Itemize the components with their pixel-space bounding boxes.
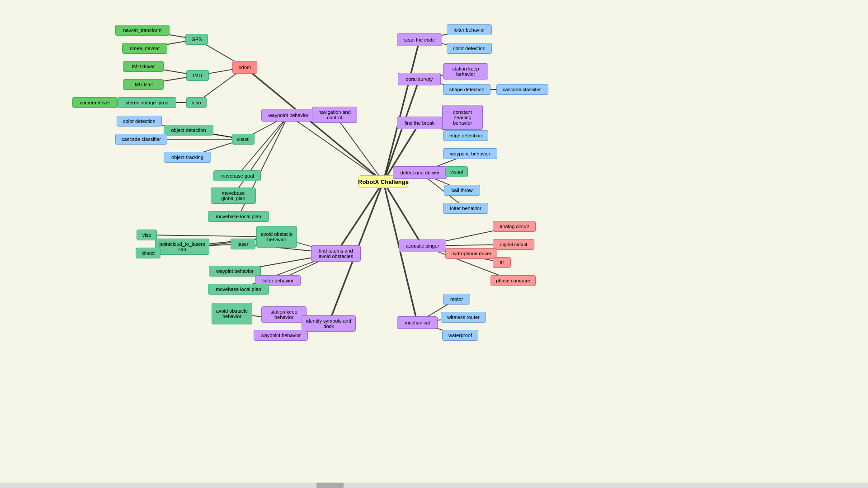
node-find_the_break[interactable]: find the break (397, 117, 442, 129)
node-camera_driver[interactable]: camera driver (72, 97, 118, 108)
node-coral_survey[interactable]: coral survey (398, 73, 441, 85)
node-movebase_goal[interactable]: movebase goal (213, 170, 261, 181)
node-detect_deliver[interactable]: detect and deliver (393, 166, 447, 179)
node-shape_detection[interactable]: shape detection (443, 84, 491, 95)
node-identify_symbols[interactable]: identify symbols and dock (302, 315, 356, 332)
node-waypoint_behavior_main[interactable]: waypoint behavior (261, 109, 316, 122)
node-object_tracking[interactable]: object tracking (164, 152, 211, 163)
node-avoid_obstacle[interactable]: avoid obstacle behavior (256, 226, 297, 248)
scrollbar[interactable] (0, 483, 868, 488)
node-navigation_control[interactable]: navigation and control (312, 107, 357, 123)
node-laser[interactable]: laser (231, 239, 255, 249)
node-cascade_classifier_left[interactable]: cascade classifier (115, 134, 167, 145)
node-IMU[interactable]: IMU (186, 70, 209, 81)
node-movebase_global[interactable]: movebase global plan (211, 188, 256, 204)
node-loiter_behavior_top[interactable]: loiter behavior (447, 24, 492, 35)
node-object_detection[interactable]: object detection (164, 125, 213, 136)
node-GPS[interactable]: GPS (185, 34, 208, 45)
node-hydrophone_driver[interactable]: hydrophone driver (445, 248, 497, 259)
node-movebase_local2[interactable]: movebase local plan (208, 284, 269, 295)
node-visual_right[interactable]: visual (445, 166, 468, 177)
node-loiter_behavior_detect[interactable]: loiter behavior (443, 203, 488, 214)
node-analog_circuit[interactable]: analog circuit (493, 221, 536, 232)
node-viso[interactable]: viso (186, 97, 207, 108)
node-waypoint_behavior_detect[interactable]: waypoint behavior (443, 148, 497, 159)
node-station_keep[interactable]: station keep behavior (261, 306, 307, 323)
node-scan_the_code[interactable]: scan the code (397, 33, 442, 46)
node-nmea_navsat[interactable]: nmea_navsat (122, 43, 167, 54)
node-stereo_image_proc[interactable]: stereo_image_proc (118, 97, 176, 108)
node-viso_left[interactable]: viso (137, 230, 157, 240)
scrollbar-thumb[interactable] (316, 483, 344, 488)
node-edge_detection[interactable]: edge detection (443, 130, 488, 141)
node-wireless_router[interactable]: wireless router (441, 312, 486, 323)
node-cascade_classifier_right[interactable]: cascade classifier (496, 84, 548, 95)
node-phase_compare[interactable]: phase compare (491, 275, 536, 286)
node-color_detection_right[interactable]: color detection (447, 43, 492, 54)
node-motor[interactable]: motor (443, 294, 470, 305)
node-pointcloud[interactable]: pointcloud_to_lasers can (155, 239, 209, 255)
node-ball_throw[interactable]: ball throw (444, 185, 480, 196)
node-IMU_filter[interactable]: IMU filter (123, 79, 164, 90)
node-odom[interactable]: odom (232, 61, 257, 74)
node-mechanical[interactable]: mechanical (397, 316, 438, 329)
node-waypoint_behavior_bot[interactable]: waypoint behavior (254, 330, 308, 341)
node-waterproof[interactable]: waterproof (442, 330, 478, 341)
node-kinect[interactable]: kinect (136, 248, 160, 258)
node-fft[interactable]: fft (493, 257, 511, 268)
node-acoustic_pinger[interactable]: acoustic pinger (399, 239, 446, 252)
node-movebase_local[interactable]: movebase local plan (208, 211, 269, 222)
node-navsat_transform[interactable]: navsat_transform (115, 25, 170, 36)
node-avoid_obstacle2[interactable]: avoid obstacle behavior (212, 303, 252, 324)
node-find_totems[interactable]: find totems and avoid obstacles (311, 245, 361, 262)
node-visual_left[interactable]: visual (232, 134, 255, 145)
node-IMU_driver[interactable]: IMU driver (123, 61, 164, 72)
node-station_keep_behavior[interactable]: station keep behavior (443, 63, 488, 80)
node-color_detection_left[interactable]: color detection (117, 116, 162, 127)
node-constant_heading[interactable]: constant heading behavior (442, 105, 483, 130)
node-waypint_behavior[interactable]: waypint behavior (209, 266, 261, 277)
node-digital_circuit[interactable]: digital circuit (493, 239, 534, 250)
